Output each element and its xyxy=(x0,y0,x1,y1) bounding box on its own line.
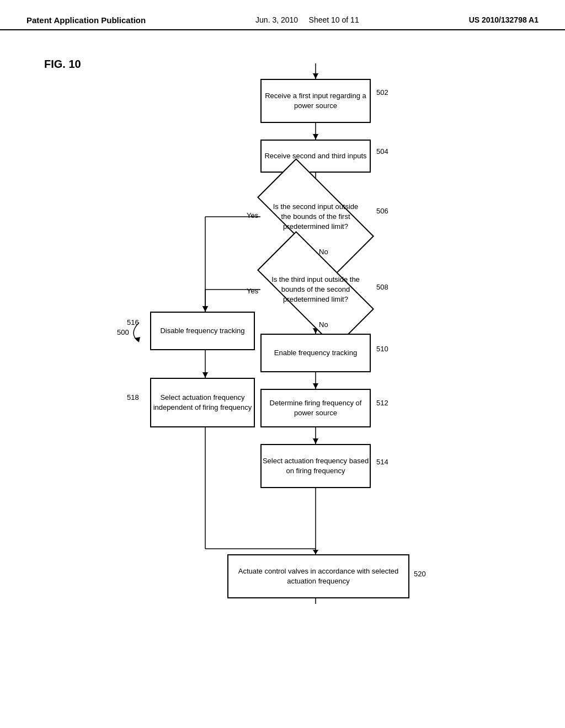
node-506: Is the second input outside the bounds o… xyxy=(260,189,371,244)
node-510: Enable frequency tracking xyxy=(260,334,371,372)
node-518: Select actuation frequency independent o… xyxy=(150,378,255,427)
node-504-num: 504 xyxy=(376,147,388,156)
header-center: Jun. 3, 2010 Sheet 10 of 11 xyxy=(255,15,359,24)
node-502-num: 502 xyxy=(376,88,388,97)
node-510-num: 510 xyxy=(376,345,388,353)
svg-marker-10 xyxy=(202,306,208,312)
svg-marker-28 xyxy=(135,337,140,342)
header-sheet: Sheet 10 of 11 xyxy=(309,15,359,24)
flowchart: 500 Receive a first input regarding a po… xyxy=(45,58,520,692)
header-left: Patent Application Publication xyxy=(26,15,146,25)
header-patent: US 2010/132798 A1 xyxy=(469,15,539,24)
svg-marker-26 xyxy=(313,550,318,554)
header-date: Jun. 3, 2010 xyxy=(255,15,298,24)
svg-marker-15 xyxy=(202,306,208,312)
node-520-num: 520 xyxy=(414,570,426,578)
no-508-label: No xyxy=(319,320,328,329)
publication-title: Patent Application Publication xyxy=(26,15,146,25)
node-516-num: 516 xyxy=(127,318,139,326)
node-508: Is the third input outside the bounds of… xyxy=(260,262,371,317)
node-520: Actuate control valves in accordance wit… xyxy=(227,554,409,598)
node-514: Select actuation frequency based on firi… xyxy=(260,444,371,488)
node-518-num: 518 xyxy=(127,393,139,402)
node-502: Receive a first input regarding a power … xyxy=(260,79,371,123)
svg-marker-3 xyxy=(313,134,318,140)
svg-marker-1 xyxy=(313,73,318,79)
svg-marker-19 xyxy=(313,438,318,444)
node-516: Disable frequency tracking xyxy=(150,312,255,350)
node-506-num: 506 xyxy=(376,207,388,215)
node-504: Receive second and third inputs xyxy=(260,140,371,173)
node-512-num: 512 xyxy=(376,399,388,407)
node-514-num: 514 xyxy=(376,458,388,466)
yes-508-label: Yes xyxy=(247,287,258,295)
no-506-label: No xyxy=(319,248,328,256)
svg-marker-17 xyxy=(313,383,318,389)
node-512: Determine firing frequency of power sour… xyxy=(260,389,371,427)
node-508-num: 508 xyxy=(376,283,388,291)
page-header: Patent Application Publication Jun. 3, 2… xyxy=(0,0,565,30)
diagram-area: FIG. 10 xyxy=(0,30,565,714)
svg-marker-22 xyxy=(202,372,208,378)
yes-506-label: Yes xyxy=(247,211,258,220)
